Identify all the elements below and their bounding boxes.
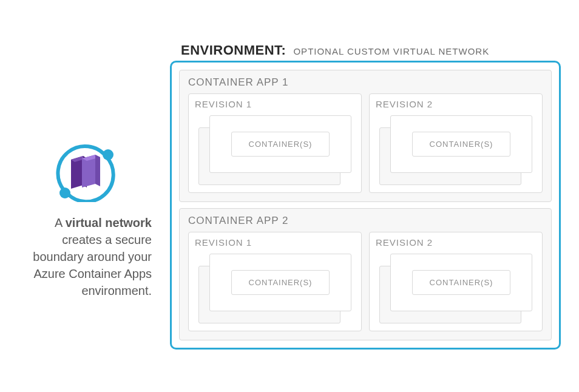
containers-stack: CONTAINER(S) (379, 254, 532, 323)
app-title: CONTAINER APP 1 (188, 76, 543, 89)
svg-point-1 (59, 188, 70, 198)
sidebar: A virtual network creates a secure bound… (18, 93, 170, 299)
container-label: CONTAINER(S) (231, 270, 330, 295)
description-text: A virtual network creates a secure bound… (18, 214, 152, 299)
environment-subtitle: OPTIONAL CUSTOM VIRTUAL NETWORK (293, 46, 489, 56)
svg-marker-7 (95, 155, 100, 186)
replica-card-front: CONTAINER(S) (209, 115, 351, 173)
revisions-row: REVISION 1 CONTAINER(S) REVISION 2 CONTA… (188, 93, 543, 193)
containers-stack: CONTAINER(S) (198, 254, 351, 323)
container-app-2: CONTAINER APP 2 REVISION 1 CONTAINER(S) … (179, 208, 552, 340)
revision-box: REVISION 2 CONTAINER(S) (369, 93, 543, 193)
replica-card-front: CONTAINER(S) (390, 115, 532, 173)
containers-stack: CONTAINER(S) (379, 115, 532, 185)
environment-header: ENVIRONMENT: OPTIONAL CUSTOM VIRTUAL NET… (170, 42, 561, 58)
svg-point-0 (103, 149, 113, 160)
vnet-icon (52, 141, 118, 202)
diagram-main: ENVIRONMENT: OPTIONAL CUSTOM VIRTUAL NET… (170, 42, 561, 350)
replica-card-front: CONTAINER(S) (209, 254, 351, 311)
environment-title: ENVIRONMENT: (181, 42, 286, 58)
containers-stack: CONTAINER(S) (198, 115, 351, 185)
app-title: CONTAINER APP 2 (188, 215, 543, 227)
revisions-row: REVISION 1 CONTAINER(S) REVISION 2 CONTA… (188, 232, 543, 331)
container-app-1: CONTAINER APP 1 REVISION 1 CONTAINER(S) … (179, 70, 552, 202)
revision-title: REVISION 2 (376, 237, 536, 248)
revision-title: REVISION 1 (195, 237, 355, 248)
environment-box: CONTAINER APP 1 REVISION 1 CONTAINER(S) … (170, 61, 561, 350)
revision-title: REVISION 1 (195, 99, 355, 109)
revision-box: REVISION 2 CONTAINER(S) (369, 232, 543, 331)
revision-box: REVISION 1 CONTAINER(S) (188, 93, 362, 193)
revision-box: REVISION 1 CONTAINER(S) (188, 232, 362, 331)
replica-card-front: CONTAINER(S) (390, 254, 532, 311)
container-label: CONTAINER(S) (412, 132, 510, 157)
container-label: CONTAINER(S) (231, 132, 330, 157)
revision-title: REVISION 2 (376, 99, 536, 109)
container-label: CONTAINER(S) (412, 270, 510, 295)
